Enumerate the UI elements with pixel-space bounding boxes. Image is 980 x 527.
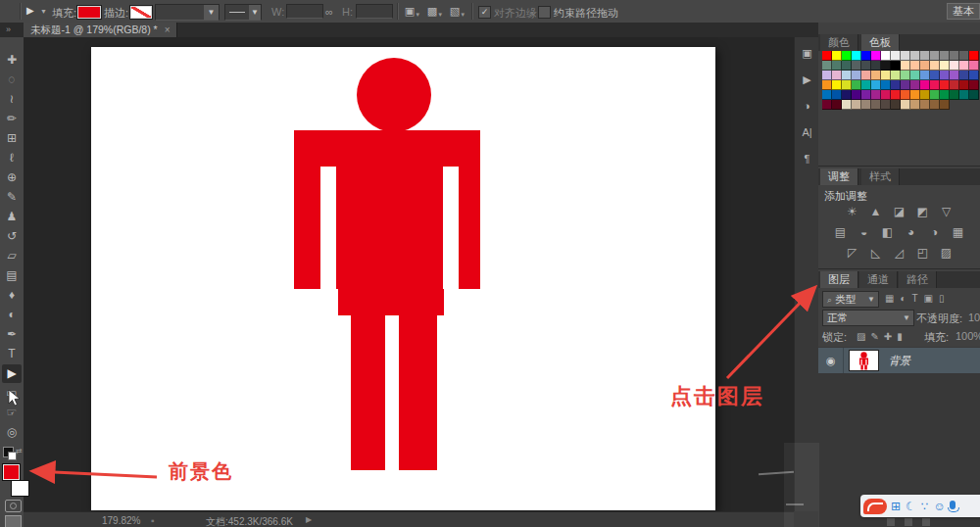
ime-toolbar[interactable]: ⊞☾∵☺ (860, 495, 980, 517)
color-swatch[interactable] (842, 71, 852, 80)
color-swatch[interactable] (871, 51, 881, 61)
color-swatch[interactable] (891, 80, 901, 90)
color-swatch[interactable] (871, 71, 881, 80)
color-swatch[interactable] (920, 51, 930, 61)
color-swatch[interactable] (842, 61, 852, 71)
color-swatch[interactable] (901, 100, 910, 110)
color-swatch[interactable] (940, 71, 950, 80)
color-swatch[interactable] (822, 100, 832, 110)
document-tab[interactable]: 未标题-1 @ 179%(RGB/8) *× (24, 23, 177, 38)
filter-shape-layers-icon[interactable]: ▣ (924, 293, 933, 304)
path-alignment-icon[interactable]: ▩▼ (425, 3, 445, 20)
layer-visibility-eye-icon[interactable]: ◉ (826, 355, 836, 367)
quick-mask-button[interactable] (5, 500, 22, 512)
brightness-contrast-icon[interactable]: ☀ (845, 205, 860, 219)
threshold-icon[interactable]: ◿ (892, 246, 907, 261)
ime-emoji-icon[interactable]: ☺ (933, 497, 945, 516)
collapsed-panel-paragraph-icon[interactable]: ¶ (797, 149, 817, 168)
align-edges-checkbox[interactable]: ✓ (478, 6, 491, 19)
color-swatch[interactable] (940, 61, 950, 71)
filter-smart-objects-icon[interactable]: ▯ (939, 293, 945, 304)
curves-icon[interactable]: ◪ (892, 205, 907, 219)
tool-zoom-icon[interactable]: ◎ (2, 423, 22, 442)
status-flyout-arrow-icon[interactable]: ▶ (306, 515, 312, 524)
tool-marquee-icon[interactable]: ◌ (2, 71, 22, 89)
foreground-color-swatch[interactable] (2, 463, 21, 481)
tool-gradient-icon[interactable]: ▤ (2, 266, 22, 285)
color-swatch[interactable] (940, 100, 950, 110)
color-swatch[interactable] (861, 51, 871, 61)
color-swatch[interactable] (842, 90, 852, 100)
tool-preset-icon[interactable]: ▶ (26, 5, 34, 16)
color-swatch[interactable] (861, 90, 871, 100)
color-swatch[interactable] (822, 80, 832, 90)
color-swatch[interactable] (832, 90, 842, 100)
color-swatch[interactable] (969, 90, 979, 100)
color-swatch[interactable] (930, 100, 940, 110)
color-swatch[interactable] (881, 80, 891, 90)
color-swatch[interactable] (832, 61, 842, 71)
workspace-button[interactable]: 基本 (947, 3, 980, 20)
color-swatch[interactable] (940, 51, 950, 61)
color-swatch[interactable] (881, 61, 891, 71)
color-swatch[interactable] (930, 71, 940, 80)
gradient-map-icon[interactable]: ◰ (915, 246, 931, 261)
layer-fill-value[interactable]: 100% (956, 330, 980, 342)
layer-thumbnail[interactable] (850, 351, 878, 370)
color-swatch[interactable] (901, 71, 910, 80)
color-swatch[interactable] (861, 71, 871, 80)
color-swatch[interactable] (852, 100, 861, 110)
color-swatch[interactable] (950, 80, 959, 90)
filter-adjustment-layers-icon[interactable]: ◐ (900, 293, 906, 304)
tool-type-icon[interactable]: T (2, 345, 22, 363)
color-swatch[interactable] (930, 61, 940, 71)
color-swatch[interactable] (950, 61, 959, 71)
color-swatch[interactable] (891, 51, 901, 61)
collapsed-panel-character-icon[interactable]: A| (797, 122, 817, 142)
hue-saturation-icon[interactable]: ▤ (833, 225, 849, 240)
color-lookup-icon[interactable]: ▦ (951, 225, 966, 240)
color-swatch[interactable] (910, 80, 920, 90)
path-operations-icon[interactable]: ▣▼ (403, 3, 422, 20)
canvas-page[interactable] (91, 47, 715, 510)
color-swatch[interactable] (901, 90, 910, 100)
color-swatch[interactable] (969, 51, 979, 61)
color-swatch[interactable] (910, 90, 920, 100)
stroke-width-caret-icon[interactable]: ▼ (204, 5, 219, 20)
color-swatch[interactable] (920, 61, 930, 71)
tool-path-selection-icon[interactable]: ▶ (2, 364, 22, 383)
color-swatch[interactable] (832, 71, 842, 80)
color-swatch[interactable] (852, 90, 861, 100)
color-swatch[interactable] (969, 80, 979, 90)
color-swatch[interactable] (950, 71, 959, 80)
color-swatch[interactable] (842, 51, 852, 61)
color-swatch[interactable] (930, 80, 940, 90)
color-swatch[interactable] (852, 71, 861, 80)
selective-color-icon[interactable]: ▨ (939, 246, 955, 261)
tool-preset-caret-icon[interactable]: ▼ (40, 8, 47, 15)
color-swatch[interactable] (881, 90, 891, 100)
constrain-path-checkbox[interactable] (538, 6, 551, 19)
fill-color-swatch[interactable] (76, 5, 102, 20)
color-swatch[interactable] (910, 100, 920, 110)
photo-filter-icon[interactable]: ◕ (904, 225, 919, 240)
color-swatch[interactable] (920, 100, 930, 110)
color-swatch[interactable] (940, 90, 950, 100)
color-swatch[interactable] (959, 61, 969, 71)
tab-adjustments[interactable]: 调整 (820, 168, 858, 185)
lock-paint-icon[interactable]: ✎ (870, 331, 878, 342)
color-swatch[interactable] (959, 90, 969, 100)
color-swatch[interactable] (920, 80, 930, 90)
color-swatch[interactable] (959, 51, 969, 61)
tab-channels[interactable]: 通道 (859, 271, 898, 288)
color-swatch[interactable] (832, 80, 842, 90)
ime-menu-dots-icon[interactable]: ∵ (921, 497, 929, 516)
tool-history-brush-icon[interactable]: ↺ (2, 227, 22, 246)
color-swatch[interactable] (940, 80, 950, 90)
color-swatch[interactable] (842, 80, 852, 90)
layer-filter-select[interactable]: ⌕ 类型 ▼ (822, 291, 879, 308)
stroke-type-caret-icon[interactable]: ▼ (249, 5, 261, 20)
tool-dodge-icon[interactable]: ◐ (2, 306, 22, 324)
color-swatch[interactable] (891, 71, 901, 80)
vibrance-icon[interactable]: ▽ (939, 205, 955, 219)
